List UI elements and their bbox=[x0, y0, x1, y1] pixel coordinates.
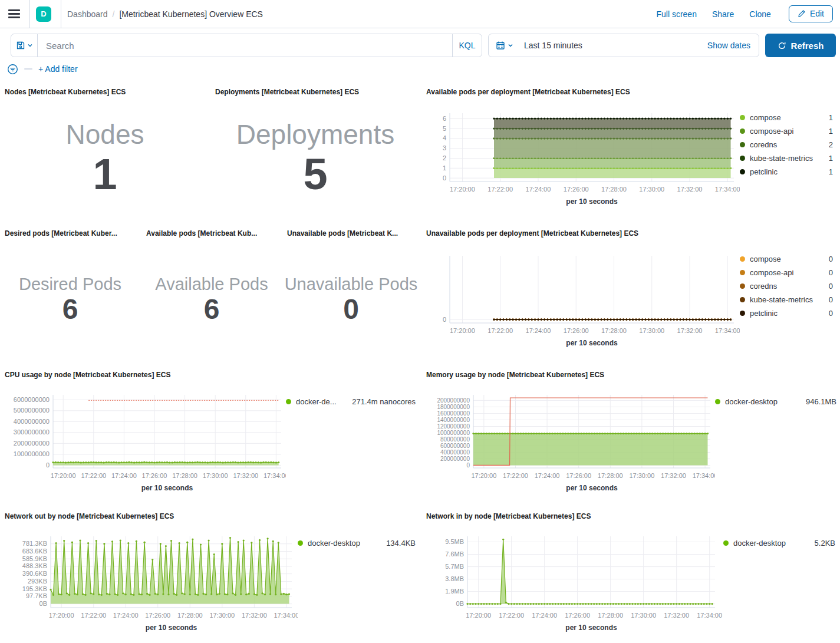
series-dot-icon bbox=[740, 270, 745, 275]
edit-button[interactable]: Edit bbox=[789, 5, 833, 22]
legend-item[interactable]: docker-de...271.4m nanocores bbox=[286, 397, 416, 406]
metric-label: Deployments bbox=[236, 119, 394, 150]
saved-query-menu-button[interactable] bbox=[11, 34, 38, 57]
panel-title: Memory usage by node [Metricbeat Kuberne… bbox=[426, 371, 604, 379]
legend-value: 0 bbox=[829, 309, 833, 318]
cpu-usage-chart: 0100000000020000000003000000000400000000… bbox=[0, 390, 420, 506]
legend-item[interactable]: kube-state-metrics0 bbox=[740, 295, 833, 304]
legend-value: 946.1MB bbox=[806, 397, 836, 406]
metric: Available Pods 6 bbox=[141, 242, 282, 358]
svg-text:1: 1 bbox=[443, 164, 446, 172]
svg-text:17:34:00: 17:34:00 bbox=[715, 327, 740, 334]
panel-desired-pods: Desired pods [Metricbeat Kuber... Desire… bbox=[0, 227, 140, 364]
svg-text:4000000000: 4000000000 bbox=[14, 418, 50, 425]
panel-title: Available pods [Metricbeat Kub... bbox=[146, 229, 257, 238]
legend-label: docker-de... bbox=[296, 397, 347, 406]
unavailable-pods-per-deployment-chart: 017:20:0017:22:0017:24:0017:26:0017:28:0… bbox=[421, 248, 840, 362]
legend-item[interactable]: compose-api0 bbox=[740, 268, 833, 277]
metric-label: Nodes bbox=[66, 119, 144, 150]
legend-label: petclinic bbox=[750, 167, 824, 176]
legend-item[interactable]: petclinic1 bbox=[740, 167, 833, 176]
svg-text:390.6KB: 390.6KB bbox=[22, 570, 47, 577]
metric: Nodes 1 bbox=[0, 101, 210, 216]
legend-item[interactable]: compose-api1 bbox=[740, 127, 833, 136]
hamburger-menu-icon[interactable] bbox=[7, 7, 21, 21]
pencil-icon bbox=[798, 9, 806, 18]
metric-label: Available Pods bbox=[155, 275, 268, 294]
chart-canvas: 0B1.9MB3.8MB5.7MB7.6MB9.5MB17:20:0017:22… bbox=[421, 532, 723, 643]
series-dot-icon bbox=[740, 142, 745, 147]
chart-canvas: 0100000000020000000003000000000400000000… bbox=[0, 390, 286, 502]
dashboard-logo[interactable]: D bbox=[36, 6, 51, 22]
legend-value: 0 bbox=[829, 255, 833, 263]
svg-text:17:26:00: 17:26:00 bbox=[564, 327, 589, 334]
filter-icon[interactable] bbox=[7, 64, 18, 75]
chevron-down-icon bbox=[508, 42, 513, 48]
metric-value: 5 bbox=[303, 150, 327, 198]
filter-bar: + Add filter bbox=[7, 62, 78, 76]
svg-text:17:28:00: 17:28:00 bbox=[177, 612, 203, 619]
legend-item[interactable]: docker-desktop134.4KB bbox=[298, 539, 416, 548]
share-link[interactable]: Share bbox=[712, 9, 734, 19]
legend-item[interactable]: compose1 bbox=[740, 113, 833, 122]
svg-text:per 10 seconds: per 10 seconds bbox=[566, 484, 618, 492]
svg-text:195.3KB: 195.3KB bbox=[22, 585, 47, 592]
calendar-menu-button[interactable] bbox=[489, 41, 519, 50]
legend-item[interactable]: compose0 bbox=[740, 255, 833, 263]
svg-text:2000000000: 2000000000 bbox=[14, 440, 50, 447]
svg-text:4: 4 bbox=[443, 134, 446, 141]
breadcrumb-dashboard[interactable]: Dashboard bbox=[67, 9, 108, 19]
svg-text:3: 3 bbox=[443, 144, 446, 151]
legend-item[interactable]: petclinic0 bbox=[740, 309, 833, 318]
legend-item[interactable]: docker-desktop5.2KB bbox=[723, 539, 835, 548]
refresh-button[interactable]: Refresh bbox=[765, 34, 836, 57]
series-dot-icon bbox=[740, 128, 745, 134]
breadcrumb-page-title: [Metricbeat Kubernetes] Overview ECS bbox=[119, 9, 263, 19]
svg-text:17:24:00: 17:24:00 bbox=[526, 186, 551, 193]
svg-text:17:34:00: 17:34:00 bbox=[697, 612, 722, 619]
legend-value: 1 bbox=[829, 167, 833, 176]
svg-text:3.8MB: 3.8MB bbox=[445, 575, 464, 582]
time-range-value[interactable]: Last 15 minutes bbox=[519, 41, 582, 50]
legend-value: 1 bbox=[829, 154, 833, 163]
svg-text:1400000000: 1400000000 bbox=[437, 417, 470, 423]
panel-title: Unavailable pods per deployment [Metricb… bbox=[426, 229, 638, 238]
svg-text:17:24:00: 17:24:00 bbox=[111, 472, 137, 479]
svg-text:17:30:00: 17:30:00 bbox=[629, 472, 654, 479]
legend-item[interactable]: coredns2 bbox=[740, 140, 833, 149]
legend-item[interactable]: coredns0 bbox=[740, 282, 833, 291]
svg-text:0B: 0B bbox=[456, 600, 464, 607]
legend-item[interactable]: docker-desktop946.1MB bbox=[715, 397, 836, 406]
svg-text:per 10 seconds: per 10 seconds bbox=[565, 624, 617, 632]
legend-label: petclinic bbox=[750, 309, 824, 318]
legend-item[interactable]: kube-state-metrics1 bbox=[740, 154, 833, 163]
add-filter-button[interactable]: + Add filter bbox=[38, 64, 78, 74]
full-screen-link[interactable]: Full screen bbox=[656, 9, 696, 19]
svg-text:17:20:00: 17:20:00 bbox=[466, 612, 491, 619]
chart-canvas: 0B97.7KB195.3KB293KB390.6KB488.3KB585.9K… bbox=[0, 532, 298, 643]
clone-link[interactable]: Clone bbox=[749, 9, 771, 19]
svg-text:17:22:00: 17:22:00 bbox=[81, 612, 106, 619]
svg-text:17:30:00: 17:30:00 bbox=[631, 612, 656, 619]
svg-text:600000000: 600000000 bbox=[440, 443, 470, 449]
svg-text:2: 2 bbox=[443, 154, 446, 161]
panel-title: CPU usage by node [Metricbeat Kubernetes… bbox=[5, 371, 170, 379]
metric: Deployments 5 bbox=[210, 101, 420, 216]
legend-label: docker-desktop bbox=[725, 397, 801, 406]
show-dates-button[interactable]: Show dates bbox=[707, 41, 759, 50]
chart-canvas: 0200000000400000000600000000800000000100… bbox=[421, 390, 715, 502]
svg-text:17:26:00: 17:26:00 bbox=[564, 186, 589, 193]
svg-text:17:22:00: 17:22:00 bbox=[487, 186, 513, 193]
panel-deployments: Deployments [Metricbeat Kubernetes] ECS … bbox=[210, 85, 420, 222]
svg-text:17:30:00: 17:30:00 bbox=[203, 472, 228, 479]
legend-label: compose bbox=[750, 255, 824, 263]
divider bbox=[24, 68, 32, 70]
svg-text:781.3KB: 781.3KB bbox=[22, 540, 47, 547]
chart-canvas: 012345617:20:0017:22:0017:24:0017:26:001… bbox=[421, 106, 740, 218]
search-input[interactable] bbox=[38, 41, 452, 51]
svg-text:6: 6 bbox=[443, 115, 446, 122]
series-dot-icon bbox=[740, 115, 745, 120]
kql-button[interactable]: KQL bbox=[452, 34, 482, 57]
panel-unavailable-pods: Unavailable pods [Metricbeat K... Unavai… bbox=[282, 227, 420, 364]
svg-text:17:22:00: 17:22:00 bbox=[81, 472, 106, 479]
